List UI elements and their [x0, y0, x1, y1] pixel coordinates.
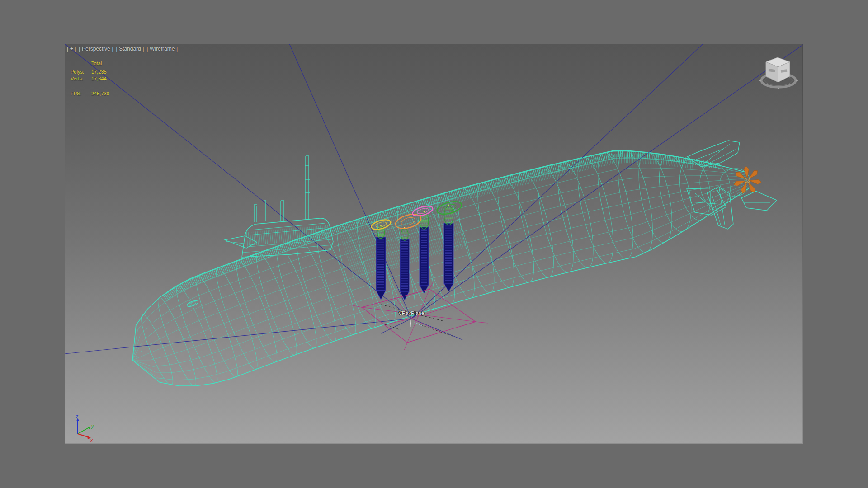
svg-text:y: y	[91, 424, 94, 429]
stats-fps-value: 245,730	[91, 90, 109, 97]
axis-tripod: zyx	[75, 414, 94, 443]
missile[interactable]	[420, 211, 429, 293]
missile[interactable]	[444, 205, 453, 291]
sail-conning-tower	[225, 156, 333, 257]
stats-polys-row: Polys: 17,235	[71, 69, 109, 75]
missile[interactable]	[376, 225, 386, 300]
deck-casing	[164, 151, 720, 300]
svg-text:z: z	[75, 414, 78, 419]
vrayplane-label[interactable]: VRayPlane	[399, 310, 425, 316]
viewport-menu-shading[interactable]: [ Wireframe ]	[146, 46, 178, 52]
stats-verts-value: 17,644	[91, 75, 107, 82]
stats-verts-row: Verts: 17,644	[71, 75, 109, 82]
scene-canvas: zyx	[65, 44, 803, 444]
viewcube[interactable]	[759, 57, 798, 89]
stats-fps-label: FPS:	[71, 90, 91, 97]
viewport-menu-pov[interactable]: [ Perspective ]	[79, 46, 113, 52]
viewport-label: [ + ] [ Perspective ] [ Standard ] [ Wir…	[67, 46, 178, 52]
statistics-overlay: Total Polys: 17,235 Verts: 17,644 FPS: 2…	[71, 60, 109, 97]
stern-fins	[687, 141, 777, 229]
stats-fps-row: FPS: 245,730	[71, 90, 109, 97]
viewport-menu-renderer[interactable]: [ Standard ]	[116, 46, 144, 52]
perspective-viewport[interactable]: zyx [ + ] [ Perspective ] [ Standard ] […	[65, 44, 803, 444]
stats-verts-label: Verts:	[71, 75, 91, 82]
svg-text:x: x	[90, 438, 93, 443]
stats-polys-label: Polys:	[71, 69, 91, 75]
viewport-menu-general[interactable]: [ + ]	[67, 46, 76, 52]
submarine-wireframe[interactable]	[132, 148, 752, 389]
desktop-frame: { "window": { "viewport_label": { "plus"…	[0, 0, 868, 488]
missile[interactable]	[400, 227, 409, 300]
vrayplane-gizmo[interactable]	[348, 282, 488, 350]
stats-polys-value: 17,235	[91, 69, 107, 75]
stats-total-header: Total	[91, 60, 109, 67]
